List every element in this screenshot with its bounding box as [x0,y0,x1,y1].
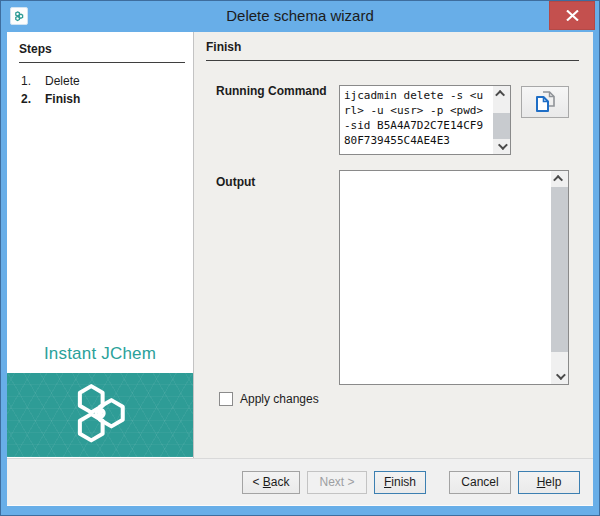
copy-icon [532,89,558,115]
apply-changes-checkbox[interactable] [219,392,233,406]
cancel-button[interactable]: Cancel [449,471,511,494]
output-textarea[interactable] [339,170,569,385]
back-button[interactable]: < Back [242,471,300,494]
running-command-label: Running Command [216,84,327,98]
scroll-up-button[interactable] [551,171,568,186]
running-command-text: ijcadmin delete -s <url> -u <usr> -p <pw… [344,88,489,152]
output-scrollbar[interactable] [551,171,568,384]
steps-header: Steps [19,42,185,63]
close-icon [566,10,579,21]
copy-command-button[interactable] [521,86,569,118]
output-label: Output [216,175,255,189]
step-item-delete: 1. Delete [7,72,193,90]
panel-header: Finish [206,40,579,61]
brand-banner [7,373,193,457]
scrollbar-thumb[interactable] [551,187,568,352]
finish-button[interactable]: Finish [374,471,426,494]
next-button: Next > [307,471,367,494]
window-title: Delete schema wizard [60,0,540,32]
running-command-textarea[interactable]: ijcadmin delete -s <url> -u <usr> -p <pw… [339,85,511,155]
help-button[interactable]: Help [518,471,580,494]
wizard-button-bar: < Back Next > Finish Cancel Help [7,458,593,505]
brand-name: Instant JChem [7,344,193,364]
finish-panel: Finish Running Command ijcadmin delete -… [193,32,593,458]
steps-sidebar: Steps 1. Delete 2. Finish Instant JChem [7,32,193,458]
output-text [344,173,547,382]
step-label: Delete [45,72,80,90]
steps-list: 1. Delete 2. Finish [7,72,193,108]
apply-changes-label: Apply changes [240,392,319,406]
instant-jchem-logo-icon [56,380,144,450]
client-area: Steps 1. Delete 2. Finish Instant JChem [7,32,593,506]
chevron-down-icon [498,140,508,150]
jchem-logo-icon [10,7,28,25]
apply-changes-row: Apply changes [219,392,319,406]
chevron-down-icon [556,370,566,380]
scrollbar-thumb[interactable] [493,113,510,139]
close-button[interactable] [549,1,595,30]
chevron-up-icon [553,175,563,185]
scroll-down-button[interactable] [551,369,568,384]
titlebar: Delete schema wizard [0,0,600,32]
delete-schema-wizard-window: Delete schema wizard Steps 1. Delete 2. … [0,0,600,516]
step-item-finish: 2. Finish [7,90,193,108]
chevron-up-icon [495,90,505,100]
scroll-down-button[interactable] [493,139,510,154]
command-scrollbar[interactable] [493,86,510,154]
step-label: Finish [45,90,80,108]
scroll-up-button[interactable] [493,86,510,101]
